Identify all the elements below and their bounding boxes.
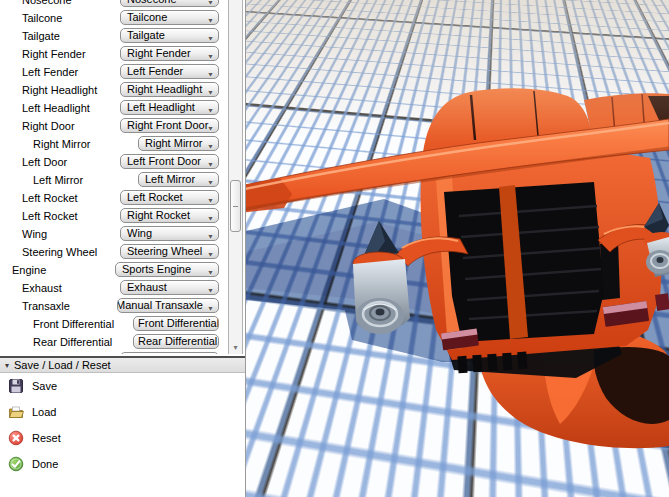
- part-label: Nosecone: [22, 0, 72, 8]
- part-dropdown[interactable]: ▼: [120, 352, 219, 354]
- part-dropdown-value: Nosecone: [127, 0, 177, 6]
- chevron-down-icon: ▼: [207, 266, 214, 277]
- part-dropdown[interactable]: Tailgate▼: [120, 28, 219, 43]
- part-row: Left DoorLeft Front Door▼: [0, 154, 228, 170]
- part-row: Right MirrorRight Mirror▼: [0, 136, 228, 152]
- part-dropdown-value: Tailcone: [127, 11, 167, 24]
- part-label: Left Mirror: [33, 173, 83, 188]
- part-label: Left Rocket: [22, 209, 78, 224]
- chevron-down-icon: ▼: [207, 14, 214, 25]
- part-dropdown[interactable]: Right Fender▼: [120, 46, 219, 61]
- part-label: Exhaust: [22, 281, 62, 296]
- chevron-down-icon: ▼: [207, 158, 214, 169]
- part-dropdown[interactable]: Left Rocket▼: [120, 190, 219, 205]
- save-button[interactable]: Save: [8, 378, 57, 394]
- part-row: TailgateTailgate▼: [0, 28, 228, 44]
- chevron-down-icon: ▼: [207, 122, 214, 133]
- part-dropdown-value: Exhaust: [127, 281, 167, 294]
- part-row: Front DifferentialFront Differential: [0, 316, 228, 332]
- part-dropdown[interactable]: Left Front Door▼: [120, 154, 219, 169]
- car-customizer-window: NoseconeNosecone▼TailconeTailcone▼Tailga…: [0, 0, 669, 497]
- part-row: Right DoorRight Front Door▼: [0, 118, 228, 134]
- part-dropdown[interactable]: Manual Transaxle▼: [117, 298, 219, 313]
- part-label: Transaxle: [22, 299, 70, 314]
- part-dropdown[interactable]: Left Fender▼: [120, 64, 219, 79]
- done-button[interactable]: Done: [8, 456, 58, 472]
- part-dropdown[interactable]: Left Headlight▼: [120, 100, 219, 115]
- load-button[interactable]: Load: [8, 404, 56, 420]
- part-dropdown[interactable]: Front Differential: [133, 316, 219, 331]
- part-dropdown-value: Left Headlight: [127, 101, 195, 114]
- part-row: NoseconeNosecone▼: [0, 0, 228, 8]
- part-dropdown[interactable]: Rear Differential: [133, 334, 219, 349]
- part-dropdown[interactable]: Left Mirror▼: [138, 172, 219, 187]
- done-icon: [8, 456, 24, 472]
- part-dropdown-value: Right Fender: [127, 47, 191, 60]
- part-row: Right HeadlightRight Headlight▼: [0, 82, 228, 98]
- part-row: Left MirrorLeft Mirror▼: [0, 172, 228, 188]
- part-dropdown-value: Left Rocket: [127, 191, 183, 204]
- reset-icon: [8, 430, 24, 446]
- chevron-down-icon: ▼: [207, 68, 214, 79]
- scrollbar-grip-icon: [233, 206, 238, 207]
- scrollbar-down-arrow-icon[interactable]: ▾: [229, 343, 242, 352]
- part-label: Left Rocket: [22, 191, 78, 206]
- footer-item-label: Done: [32, 458, 58, 470]
- part-row: Rear DifferentialRear Differential: [0, 334, 228, 350]
- footer-header-label: Save / Load / Reset: [14, 359, 111, 371]
- part-dropdown-value: Manual Transaxle: [117, 299, 203, 312]
- part-dropdown-value: Steering Wheel: [127, 245, 202, 258]
- footer-item-label: Load: [32, 406, 56, 418]
- part-row: TransaxleManual Transaxle▼: [0, 298, 228, 314]
- collapse-arrow-icon: ▾: [5, 361, 9, 370]
- chevron-down-icon: ▼: [207, 230, 214, 241]
- part-dropdown[interactable]: Exhaust▼: [120, 280, 219, 295]
- part-dropdown[interactable]: Right Front Door▼: [120, 118, 219, 133]
- part-label: Engine: [12, 263, 46, 278]
- part-label: Left Door: [22, 155, 67, 170]
- chevron-down-icon: ▼: [207, 50, 214, 61]
- chevron-down-icon: ▼: [207, 194, 214, 205]
- part-label: Right Headlight: [22, 83, 97, 98]
- part-label: Left Fender: [22, 65, 78, 80]
- part-row: Left RocketLeft Rocket▼: [0, 190, 228, 206]
- chevron-down-icon: ▼: [207, 248, 214, 259]
- part-dropdown-value: Rear Differential: [138, 335, 217, 348]
- chevron-down-icon: ▼: [207, 140, 214, 151]
- chevron-down-icon: ▼: [207, 32, 214, 43]
- part-label: Rear Differential: [33, 335, 112, 350]
- part-dropdown[interactable]: Sports Engine▼: [115, 262, 219, 277]
- part-row: Left RocketRight Rocket▼: [0, 208, 228, 224]
- part-label: Right Door: [22, 119, 75, 134]
- part-dropdown[interactable]: Nosecone▼: [120, 0, 219, 7]
- part-dropdown-value: Right Rocket: [127, 209, 190, 222]
- scrollbar[interactable]: ▾: [228, 0, 243, 354]
- reset-button[interactable]: Reset: [8, 430, 61, 446]
- chevron-down-icon: ▼: [207, 0, 214, 7]
- chevron-down-icon: ▼: [207, 176, 214, 187]
- scrollbar-thumb[interactable]: [230, 180, 241, 232]
- part-dropdown-value: Sports Engine: [122, 263, 191, 276]
- save-load-reset-header[interactable]: ▾ Save / Load / Reset: [0, 356, 245, 373]
- part-label: Tailgate: [22, 29, 60, 44]
- part-dropdown-value: Left Fender: [127, 65, 183, 78]
- part-dropdown[interactable]: Wing▼: [120, 226, 219, 241]
- part-label: Right Fender: [22, 47, 86, 62]
- part-dropdown-value: Left Front Door: [127, 155, 201, 168]
- part-dropdown-value: Right Front Door: [127, 119, 208, 132]
- chevron-down-icon: ▼: [207, 212, 214, 223]
- part-dropdown[interactable]: Right Rocket▼: [120, 208, 219, 223]
- part-row: TailconeTailcone▼: [0, 10, 228, 26]
- part-dropdown[interactable]: Right Headlight▼: [120, 82, 219, 97]
- part-dropdown[interactable]: Tailcone▼: [120, 10, 219, 25]
- chevron-down-icon: ▼: [207, 86, 214, 97]
- part-row: ExhaustExhaust▼: [0, 280, 228, 296]
- part-dropdown[interactable]: Steering Wheel▼: [120, 244, 219, 259]
- part-row: Left HeadlightLeft Headlight▼: [0, 100, 228, 116]
- part-label: Right Mirror: [33, 137, 90, 152]
- part-dropdown[interactable]: Right Mirror▼: [138, 136, 219, 151]
- 3d-viewport[interactable]: [245, 0, 669, 497]
- save-load-reset-panel: ▾ Save / Load / Reset SaveLoadResetDone: [0, 356, 245, 497]
- load-icon: [8, 404, 24, 420]
- part-label: Tailcone: [22, 11, 62, 26]
